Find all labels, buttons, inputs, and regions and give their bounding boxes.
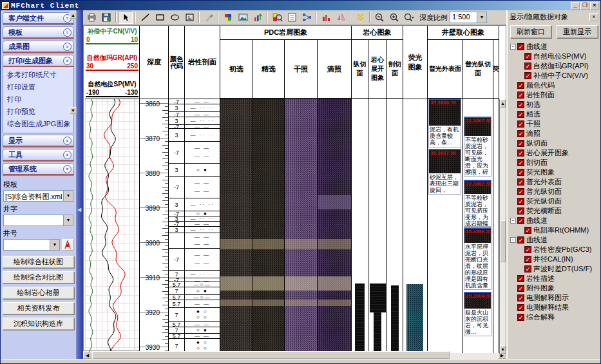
checked-checkbox-icon[interactable]: ✓ — [517, 314, 524, 321]
sidebar-action-button-4[interactable]: 沉积知识构造库 — [3, 318, 74, 330]
checked-checkbox-icon[interactable]: ✓ — [517, 236, 524, 244]
field-combobox[interactable]: ▼ — [3, 215, 73, 226]
tree-child-item[interactable]: ✓电阻率Rt(OHMM) — [510, 225, 598, 235]
checked-checkbox-icon[interactable]: ✓ — [517, 101, 524, 108]
derrick-button[interactable] — [62, 239, 73, 251]
chevron-up-icon[interactable]: « — [63, 57, 72, 65]
chart-horizontal-scrollbar[interactable]: ◀ ▶ — [83, 350, 506, 359]
tree-item[interactable]: ✓干照 — [510, 119, 598, 129]
sidebar-action-button-2[interactable]: 绘制岩心相册 — [3, 287, 74, 299]
sidebar-panel-header[interactable]: 管理系统» — [3, 164, 73, 175]
tree-item[interactable]: ✓电测解释结果 — [510, 303, 598, 312]
well-combobox[interactable]: ▼ — [3, 239, 60, 251]
tree-child-item[interactable]: ✓补偿中子CN(V/V) — [510, 71, 598, 81]
sidebar-menu-item[interactable]: 打印 — [6, 93, 72, 106]
rectangle-tool-button[interactable] — [153, 11, 167, 24]
checked-checkbox-icon[interactable]: ✓ — [517, 82, 524, 89]
depth-scale-combobox[interactable]: 1:500▼ — [450, 12, 487, 23]
tree-item[interactable]: −✓曲线道 — [510, 42, 598, 52]
checked-checkbox-icon[interactable]: ✓ — [517, 111, 524, 118]
checked-checkbox-icon[interactable]: ✓ — [524, 53, 531, 60]
tree-item[interactable]: ✓纵切面 — [510, 139, 598, 148]
refresh-window-button[interactable]: 刷新窗口 — [510, 25, 551, 38]
tree-child-item[interactable]: ✓声波时差DT(US/F) — [510, 264, 598, 274]
picture-button[interactable] — [236, 11, 250, 24]
tree-item[interactable]: ✓综合解释 — [510, 312, 598, 322]
chart-vertical-scrollbar[interactable]: ▲ ▼ — [499, 99, 506, 354]
tree-child-item[interactable]: ✓自然伽玛GR(API) — [510, 61, 598, 71]
checked-checkbox-icon[interactable]: ✓ — [517, 217, 524, 224]
tree-item[interactable]: ✓荧光横断面 — [510, 206, 598, 216]
minimize-button[interactable]: _ — [571, 2, 580, 10]
tree-item[interactable]: ✓电测解释图示 — [510, 293, 598, 303]
checked-checkbox-icon[interactable]: ✓ — [517, 285, 524, 292]
chevron-down-icon[interactable]: » — [63, 28, 72, 37]
sidebar-menu-item[interactable]: 综合图生成JPG图象 — [6, 118, 72, 130]
depth-scale-dropdown-icon[interactable]: ▼ — [477, 12, 486, 23]
checked-checkbox-icon[interactable]: ✓ — [517, 149, 524, 157]
sidebar-panel-header[interactable]: 客户端文件» — [3, 13, 73, 24]
core-photo-card[interactable]: 22.3882.50不等粒砂质泥岩，可见挤压变形，为成岩期蠕变产… — [464, 180, 491, 227]
sidebar-panel-header[interactable]: 工具» — [3, 149, 73, 161]
tree-item[interactable]: ✓初选 — [510, 100, 598, 110]
find-colors-button[interactable] — [270, 11, 284, 24]
redisplay-button[interactable]: 重新显示 — [557, 25, 598, 38]
checked-checkbox-icon[interactable]: ✓ — [517, 43, 524, 50]
checked-checkbox-icon[interactable]: ✓ — [524, 246, 531, 253]
checked-checkbox-icon[interactable]: ✓ — [517, 188, 524, 195]
brush-button[interactable] — [202, 11, 216, 24]
checked-checkbox-icon[interactable]: ✓ — [517, 130, 524, 137]
checked-checkbox-icon[interactable]: ✓ — [517, 275, 524, 282]
vscroll-thumb[interactable] — [500, 220, 506, 262]
collapse-chevrons-button[interactable] — [353, 11, 367, 24]
chart-export-button[interactable] — [251, 11, 265, 24]
checked-checkbox-icon[interactable]: ✓ — [517, 304, 524, 311]
sidebar-panel-header[interactable]: 成果图» — [3, 41, 73, 53]
checked-checkbox-icon[interactable]: ✓ — [517, 178, 524, 186]
chevron-down-icon[interactable]: » — [63, 137, 72, 145]
checked-checkbox-icon[interactable]: ✓ — [517, 120, 524, 128]
zoom-select-button[interactable] — [402, 11, 416, 24]
core-photo-card[interactable]: 35.3860.70泥岩，有机质含量较高，条… — [428, 99, 461, 148]
print-setup-button[interactable] — [84, 11, 99, 24]
tree-item[interactable]: ✓精选 — [510, 110, 598, 119]
curve-plot[interactable] — [85, 99, 140, 354]
sidebar-panel-header[interactable]: 模板» — [3, 27, 73, 39]
close-button[interactable]: × — [590, 2, 599, 10]
field-dropdown-icon[interactable]: ▼ — [63, 215, 73, 225]
checked-checkbox-icon[interactable]: ✓ — [517, 169, 524, 176]
sidebar-menu-item[interactable]: 打印设置 — [6, 81, 72, 93]
restore-button[interactable]: ❐ — [580, 2, 589, 10]
tree-item[interactable]: −✓曲线道 — [510, 235, 598, 245]
zoom-in-button[interactable] — [387, 11, 401, 24]
title-bar[interactable]: MFChart Client _ ❐ × — [1, 1, 600, 10]
tree-collapse-icon[interactable]: − — [510, 237, 516, 243]
tree-item[interactable]: −✓曲线道 — [510, 216, 598, 225]
select-cursor-button[interactable] — [119, 11, 133, 24]
checked-checkbox-icon[interactable]: ✓ — [517, 294, 524, 302]
sidebar-action-button-1[interactable]: 绘制综合对比图 — [3, 271, 74, 283]
tree-item[interactable]: ✓颜色代码 — [510, 81, 598, 90]
checked-checkbox-icon[interactable]: ✓ — [524, 72, 531, 79]
chevron-down-icon[interactable]: » — [63, 151, 72, 159]
checked-checkbox-icon[interactable]: ✓ — [524, 265, 531, 273]
chevron-down-icon[interactable]: » — [63, 43, 72, 51]
sidebar-panel-header[interactable]: 打印/生成图象« — [3, 55, 73, 67]
sidebar-action-button-3[interactable]: 相关资料发布 — [3, 302, 74, 314]
hscroll-thumb[interactable] — [92, 351, 450, 359]
tree-collapse-icon[interactable]: − — [510, 44, 516, 50]
tree-collapse-icon[interactable]: − — [510, 218, 516, 224]
core-photo-card[interactable]: 36.3867.00砂泥互层，表现出三期旋回，AB… — [428, 149, 461, 195]
template-dropdown-icon[interactable]: ▼ — [63, 191, 73, 201]
core-photo-card[interactable]: 25.3896.20水平层理泥岩，贝壳断口光滑，纹层的形成原理是因有机质含量不同… — [464, 227, 491, 290]
collapse-arrow-icon[interactable]: ◀ — [77, 207, 81, 213]
sidebar-scroll-down-button[interactable]: ▼ — [70, 107, 77, 114]
sidebar-menu-item[interactable]: 参考打印纸尺寸 — [6, 69, 72, 81]
tree-item[interactable]: ✓荧光纵切面 — [510, 196, 598, 206]
sidebar-panel-header[interactable]: 显示» — [3, 135, 73, 147]
core-photo-card[interactable]: 21.3867.80不等粒砂质泥岩，可见砾，断面光滑，应为擦痕，碎屑流沉积 — [464, 117, 491, 177]
chevron-down-icon[interactable]: » — [63, 165, 72, 173]
sidebar-scroll-up-button[interactable]: ▲ — [70, 12, 77, 19]
checked-checkbox-icon[interactable]: ✓ — [517, 140, 524, 147]
tree-child-item[interactable]: ✓自然电位SP(MV) — [510, 52, 598, 61]
